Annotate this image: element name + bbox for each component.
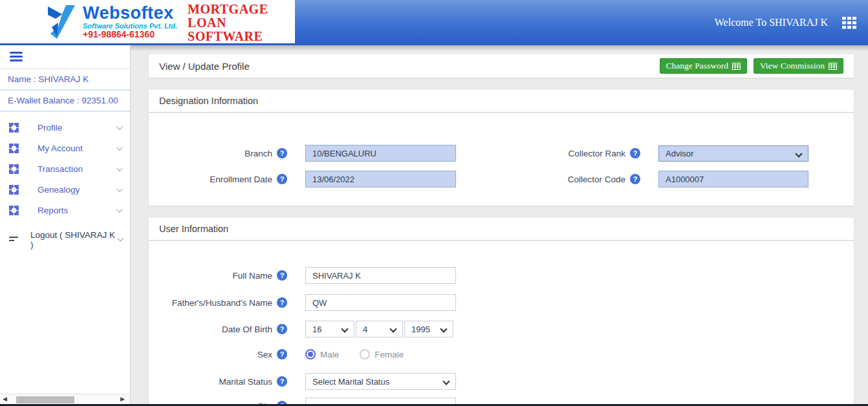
sex-male-option[interactable]: Male — [305, 349, 339, 359]
dob-month-select[interactable]: 4 — [356, 321, 403, 337]
dob-year-select[interactable]: 1995 — [404, 321, 453, 337]
collector-rank-value: Advisor — [666, 149, 693, 158]
help-icon[interactable]: ? — [630, 174, 640, 184]
sidebar-item-profile[interactable]: Profile — [0, 117, 130, 138]
product-line-1: MORTGAGE — [188, 3, 268, 16]
brand-phone: +91-98864-61360 — [83, 30, 177, 39]
sidebar-item-reports[interactable]: Reports — [0, 200, 130, 220]
full-name-field[interactable] — [305, 267, 456, 284]
dob-day-value: 16 — [312, 325, 321, 334]
table-icon — [829, 63, 837, 70]
help-icon[interactable]: ? — [277, 297, 287, 308]
branch-label: Branch — [244, 149, 272, 158]
sidebar-item-label: My Account — [38, 144, 83, 153]
sex-male-label: Male — [320, 350, 339, 359]
brand-name: Websoftex — [83, 4, 177, 22]
sidebar-item-logout[interactable]: Logout ( SHIVARAJ K ) — [0, 230, 130, 250]
radio-unselected-icon[interactable] — [360, 349, 370, 359]
dob-year-value: 1995 — [411, 325, 430, 334]
table-icon — [732, 63, 741, 70]
chevron-down-icon — [116, 165, 123, 171]
help-icon[interactable]: ? — [277, 270, 287, 281]
logout-icon — [9, 237, 18, 243]
fathers-name-label: Father's/Husband's Name — [172, 298, 272, 308]
collector-code-field[interactable] — [658, 171, 808, 187]
logo-area: Websoftex Software Solutions Pvt. Ltd. +… — [0, 0, 295, 45]
dob-month-value: 4 — [363, 325, 367, 334]
designation-section: Designation Information Branch ? Collect… — [149, 90, 854, 206]
top-navbar: Welcome To SHIVARAJ K — [295, 0, 868, 45]
help-icon[interactable]: ? — [277, 174, 287, 184]
sidebar-item-transaction[interactable]: Transaction — [0, 158, 130, 179]
logout-label: Logout ( SHIVARAJ K ) — [30, 230, 116, 250]
sex-label-group: Sex ? — [149, 349, 287, 359]
apps-grid-icon[interactable] — [842, 17, 856, 29]
full-name-label: Full Name — [232, 271, 272, 281]
hamburger-menu-icon[interactable] — [0, 45, 130, 69]
sidebar-wallet-balance: E-Wallet Balance : 92351.00 — [0, 91, 130, 112]
sidebar-user-name: Name : SHIVARAJ K — [0, 69, 130, 91]
marital-status-value: Select Marital Status — [312, 377, 389, 387]
sidebar-item-label: Reports — [38, 206, 68, 215]
scroll-right-arrow-icon[interactable]: ▶ — [120, 396, 125, 402]
collector-rank-label: Collector Rank — [568, 149, 625, 158]
marital-status-label-group: Marital Status ? — [149, 376, 287, 387]
product-line-2: LOAN — [188, 16, 268, 30]
marital-status-label: Marital Status — [219, 377, 272, 387]
help-icon[interactable]: ? — [277, 324, 287, 334]
view-commission-label: View Commission — [760, 61, 825, 71]
fathers-name-field[interactable] — [305, 294, 456, 311]
sex-label: Sex — [257, 350, 272, 359]
collector-code-label: Collector Code — [568, 175, 625, 184]
product-line-3: SOFTWARE — [188, 30, 268, 43]
page-title-card: View / Update Profile Change Password Vi… — [149, 54, 854, 78]
dob-day-select[interactable]: 16 — [305, 321, 354, 337]
view-commission-button[interactable]: View Commission — [754, 58, 843, 74]
logo-text: Websoftex Software Solutions Pvt. Ltd. +… — [83, 4, 177, 39]
product-title: MORTGAGE LOAN SOFTWARE — [184, 3, 268, 43]
chevron-down-icon — [116, 186, 123, 192]
branch-field[interactable] — [305, 145, 456, 162]
collector-rank-select[interactable]: Advisor — [658, 145, 808, 162]
radio-selected-icon[interactable] — [305, 349, 316, 359]
help-icon[interactable]: ? — [630, 148, 640, 158]
scrollbar-thumb[interactable] — [16, 396, 74, 403]
sex-female-label: Female — [374, 350, 404, 359]
collector-rank-label-group: Collector Rank ? — [456, 148, 640, 158]
chevron-down-icon — [116, 123, 123, 130]
sidebar: Name : SHIVARAJ K E-Wallet Balance : 923… — [0, 45, 131, 406]
page-title: View / Update Profile — [159, 61, 250, 72]
squares-icon — [9, 185, 19, 195]
help-icon[interactable]: ? — [277, 148, 287, 158]
sidebar-menu: Profile My Account Transaction Genealogy — [0, 112, 130, 220]
change-password-label: Change Password — [666, 61, 728, 71]
welcome-text: Welcome To SHIVARAJ K — [715, 17, 828, 28]
sidebar-item-my-account[interactable]: My Account — [0, 138, 130, 158]
change-password-button[interactable]: Change Password — [660, 58, 747, 74]
websoftex-logo-icon — [47, 5, 76, 39]
squares-icon — [9, 164, 19, 174]
sidebar-item-genealogy[interactable]: Genealogy — [0, 179, 130, 200]
sidebar-horizontal-scrollbar[interactable]: ◀ ▶ — [0, 394, 130, 405]
chevron-down-icon — [116, 144, 123, 151]
dob-label-group: Date Of Birth ? — [149, 324, 287, 334]
enrollment-date-field[interactable] — [305, 171, 456, 187]
sidebar-item-label: Profile — [38, 123, 62, 133]
squares-icon — [9, 206, 19, 215]
scroll-left-arrow-icon[interactable]: ◀ — [3, 396, 7, 402]
main-content: View / Update Profile Change Password Vi… — [131, 45, 868, 406]
full-name-label-group: Full Name ? — [149, 270, 287, 281]
sidebar-item-label: Transaction — [38, 164, 83, 174]
squares-icon — [9, 144, 19, 153]
marital-status-select[interactable]: Select Marital Status — [305, 373, 456, 390]
help-icon[interactable]: ? — [277, 349, 287, 359]
user-info-section: User Information Full Name ? Father's/Hu… — [149, 218, 854, 406]
collector-code-label-group: Collector Code ? — [456, 174, 640, 184]
enrollment-date-label-group: Enrollment Date ? — [149, 174, 287, 184]
header: Websoftex Software Solutions Pvt. Ltd. +… — [0, 0, 868, 45]
dob-label: Date Of Birth — [222, 325, 272, 334]
designation-section-title: Designation Information — [149, 90, 854, 113]
squares-icon — [9, 123, 19, 133]
sex-female-option[interactable]: Female — [360, 349, 404, 359]
help-icon[interactable]: ? — [277, 376, 287, 387]
